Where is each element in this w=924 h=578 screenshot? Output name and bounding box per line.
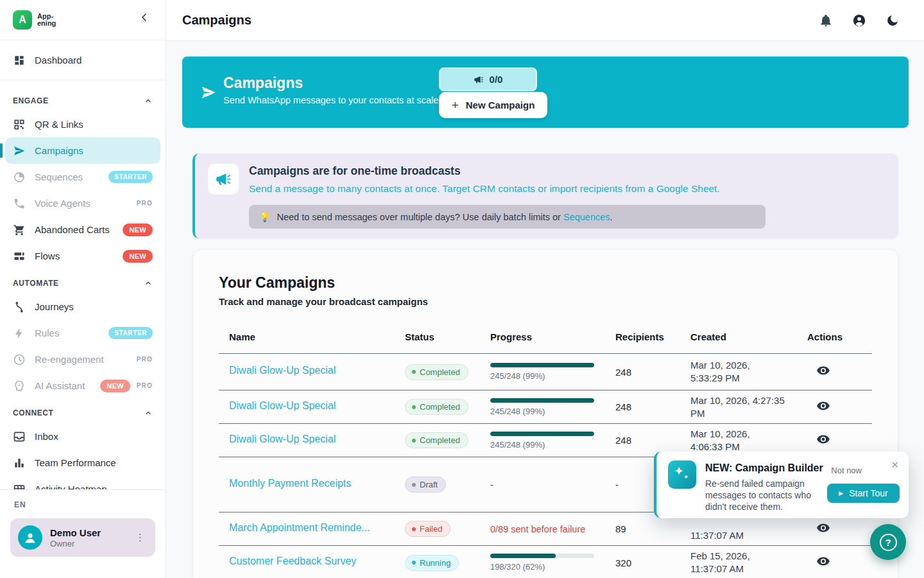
not-now-button[interactable]: Not now bbox=[831, 466, 862, 475]
user-role: Owner bbox=[50, 539, 101, 548]
account-icon[interactable] bbox=[852, 13, 866, 28]
view-campaign-button[interactable] bbox=[807, 399, 830, 415]
sidebar-item-label: Team Performance bbox=[35, 457, 116, 468]
sidebar-item-dashboard[interactable]: Dashboard bbox=[5, 47, 160, 73]
inbox-icon bbox=[13, 430, 26, 443]
progress-label: 245/248 (99%) bbox=[490, 440, 594, 450]
send-icon bbox=[13, 144, 26, 157]
sidebar-item-ai-assistant[interactable]: AI AssistantNEWPRO bbox=[5, 372, 160, 399]
created-value: Mar 10, 2026, 5:33:29 PM bbox=[690, 359, 807, 385]
progress-bar: 245/248 (99%) bbox=[490, 363, 594, 381]
app-logo[interactable]: A App- ening bbox=[13, 10, 56, 30]
progress-label: 245/248 (99%) bbox=[490, 371, 594, 381]
section-header-automate[interactable]: AUTOMATE bbox=[5, 269, 160, 293]
flow-icon bbox=[13, 250, 26, 263]
sidebar-item-label: Rules bbox=[35, 328, 59, 338]
info-title: Campaigns are for one-time broadcasts bbox=[249, 164, 461, 178]
sidebar-item-voice-agents[interactable]: Voice AgentsPRO bbox=[5, 190, 160, 216]
view-campaign-button[interactable] bbox=[807, 554, 830, 570]
card-subtitle: Track and manage your broadcast campaign… bbox=[219, 295, 872, 309]
info-description: Send a message to many contacts at once.… bbox=[249, 183, 720, 195]
sidebar-item-abandoned-carts[interactable]: Abandoned CartsNEW bbox=[5, 216, 160, 243]
column-header-progress: Progress bbox=[490, 331, 615, 342]
heatmap-icon bbox=[13, 483, 26, 490]
app-logo-text: App- ening bbox=[37, 13, 56, 28]
info-box: Campaigns are for one-time broadcasts Se… bbox=[193, 153, 898, 238]
sidebar-item-re-engagement[interactable]: Re-engagementPRO bbox=[5, 346, 160, 372]
sidebar-collapse-button[interactable] bbox=[139, 12, 155, 28]
chart-icon bbox=[13, 457, 26, 469]
sidebar-item-label: Re-engagement bbox=[35, 354, 104, 365]
chevron-up-icon bbox=[144, 96, 153, 105]
column-header-status: Status bbox=[405, 331, 490, 342]
sidebar-item-team-performance[interactable]: Team Performance bbox=[5, 450, 160, 476]
campaign-name-link[interactable]: Diwali Glow-Up Special bbox=[229, 400, 336, 412]
bolt-icon bbox=[13, 327, 26, 340]
language-selector[interactable]: EN bbox=[10, 495, 155, 518]
campaign-name-link[interactable]: Diwali Glow-Up Special bbox=[229, 365, 336, 376]
view-campaign-button[interactable] bbox=[807, 432, 830, 448]
progress-empty: - bbox=[490, 479, 493, 490]
sidebar: A App- ening Dashboard ENGAGEQR & LinksC… bbox=[0, 0, 166, 578]
sidebar-item-activity-heatmap[interactable]: Activity Heatmap bbox=[5, 476, 160, 489]
new-campaign-button[interactable]: + New Campaign bbox=[439, 92, 547, 118]
app-logo-icon: A bbox=[13, 10, 32, 30]
status-dot-icon bbox=[412, 561, 416, 565]
popup-title: NEW: Campaign Builder bbox=[705, 462, 823, 474]
badge-starter: STARTER bbox=[108, 171, 153, 183]
sidebar-item-rules[interactable]: RulesSTARTER bbox=[5, 320, 160, 346]
status-dot-icon bbox=[412, 405, 416, 409]
campaign-name-link[interactable]: Customer Feedback Survey bbox=[229, 556, 356, 567]
dark-mode-toggle-icon[interactable] bbox=[886, 13, 900, 28]
eye-icon bbox=[816, 399, 830, 413]
table-row: Customer Feedback SurveyRunning198/320 (… bbox=[219, 546, 872, 578]
help-button[interactable]: ? bbox=[870, 524, 906, 560]
created-value: 11:37:07 AM bbox=[690, 516, 807, 542]
section-header-connect[interactable]: CONNECT bbox=[5, 399, 160, 423]
info-icon-box bbox=[208, 164, 239, 195]
sidebar-item-inbox[interactable]: Inbox bbox=[5, 423, 160, 450]
user-menu-button[interactable]: ⋮ bbox=[130, 529, 150, 546]
campaign-counter-badge[interactable]: 0/0 bbox=[439, 67, 537, 91]
sidebar-nav: Dashboard ENGAGEQR & LinksCampaignsSeque… bbox=[0, 40, 166, 489]
close-icon[interactable]: ✕ bbox=[891, 459, 899, 471]
table-row: Diwali Glow-Up SpecialCompleted245/248 (… bbox=[219, 390, 872, 424]
user-name: Demo User bbox=[50, 527, 101, 539]
view-campaign-button[interactable] bbox=[807, 521, 830, 537]
status-dot-icon bbox=[412, 439, 416, 442]
campaign-name-link[interactable]: March Appointment Reminde... bbox=[229, 522, 370, 534]
view-campaign-button[interactable] bbox=[807, 363, 830, 380]
sidebar-item-qr-links[interactable]: QR & Links bbox=[5, 111, 160, 137]
user-icon bbox=[18, 525, 42, 550]
progress-bar: 245/248 (99%) bbox=[490, 398, 594, 416]
start-tour-button[interactable]: ▶ Start Tour bbox=[827, 484, 900, 503]
pro-tag: PRO bbox=[137, 382, 153, 389]
megaphone-icon bbox=[215, 171, 232, 188]
banner-title: Campaigns bbox=[223, 74, 303, 92]
pro-tag: PRO bbox=[137, 356, 153, 363]
journey-icon bbox=[13, 301, 26, 313]
banner-subtitle: Send WhatsApp messages to your contacts … bbox=[223, 95, 438, 105]
campaign-name-link[interactable]: Diwali Glow-Up Special bbox=[229, 434, 336, 445]
notifications-bell-icon[interactable] bbox=[819, 13, 833, 28]
sidebar-item-campaigns[interactable]: Campaigns bbox=[5, 137, 160, 164]
sidebar-header: A App- ening bbox=[0, 0, 166, 40]
status-badge: Running bbox=[405, 555, 459, 571]
sequences-link[interactable]: Sequences bbox=[563, 212, 610, 222]
campaign-builder-popup: ✦ ✦ NEW: Campaign Builder Not now ✕ Re-s… bbox=[654, 451, 909, 518]
user-card[interactable]: Demo User Owner ⋮ bbox=[10, 518, 155, 557]
chevron-up-icon bbox=[144, 408, 153, 417]
sparkles-icon: ✦ ✦ bbox=[668, 460, 696, 489]
sidebar-item-flows[interactable]: FlowsNEW bbox=[5, 243, 160, 269]
campaign-name-link[interactable]: Monthly Payment Receipts bbox=[229, 478, 351, 489]
table-header-row: Name Status Progress Recipients Created … bbox=[219, 320, 872, 354]
created-value: Mar 10, 2026, 4:06:33 PM bbox=[690, 428, 807, 453]
section-header-engage[interactable]: ENGAGE bbox=[5, 87, 160, 111]
sidebar-footer: EN Demo User Owner ⋮ bbox=[0, 489, 166, 578]
sidebar-item-sequences[interactable]: SequencesSTARTER bbox=[5, 164, 160, 190]
sidebar-item-label: Dashboard bbox=[35, 55, 81, 66]
ai-icon bbox=[13, 380, 26, 392]
sidebar-item-journeys[interactable]: Journeys bbox=[5, 293, 160, 320]
phone-icon bbox=[13, 197, 26, 210]
sidebar-item-label: Campaigns bbox=[35, 145, 83, 156]
